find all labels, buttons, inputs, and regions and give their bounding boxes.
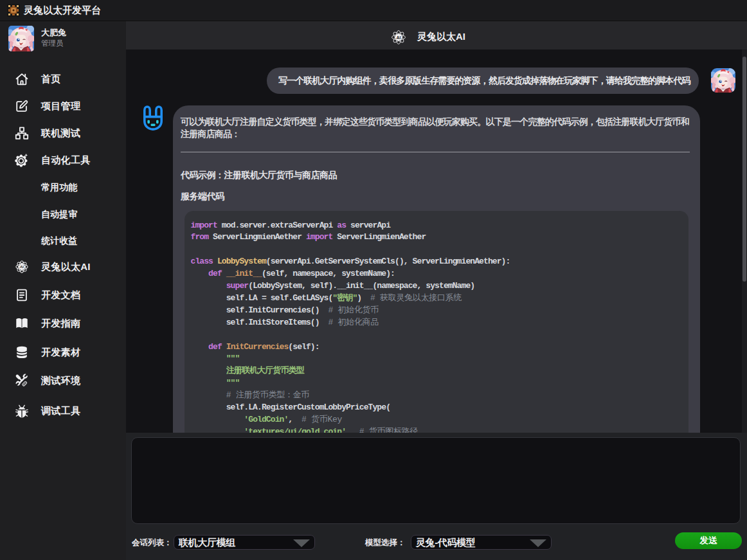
svg-text:AI: AI [397,35,401,40]
svg-text:AI: AI [20,265,24,269]
